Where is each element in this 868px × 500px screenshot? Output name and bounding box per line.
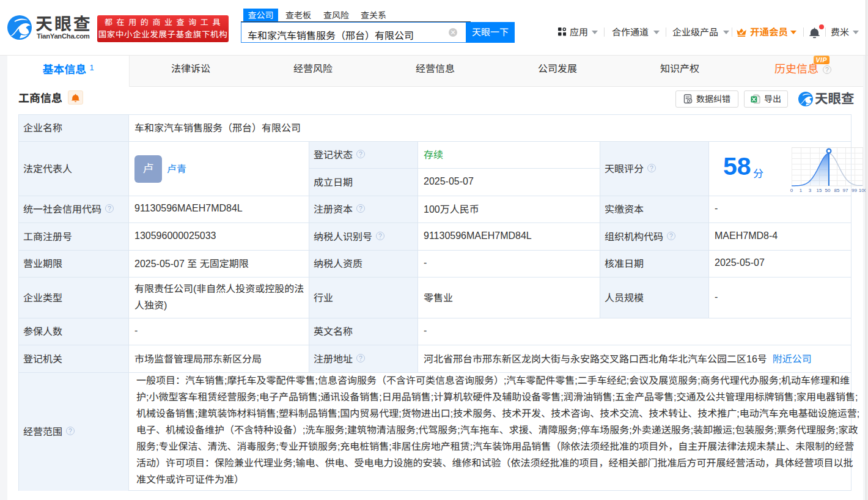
svg-text:97: 97 [843,188,848,193]
svg-text:85: 85 [834,188,840,193]
svg-text:1: 1 [800,188,803,193]
svg-text:99: 99 [851,188,857,193]
svg-text:50: 50 [825,188,831,193]
svg-text:15: 15 [817,188,822,193]
svg-text:3: 3 [809,188,812,193]
svg-text:0: 0 [790,188,793,193]
